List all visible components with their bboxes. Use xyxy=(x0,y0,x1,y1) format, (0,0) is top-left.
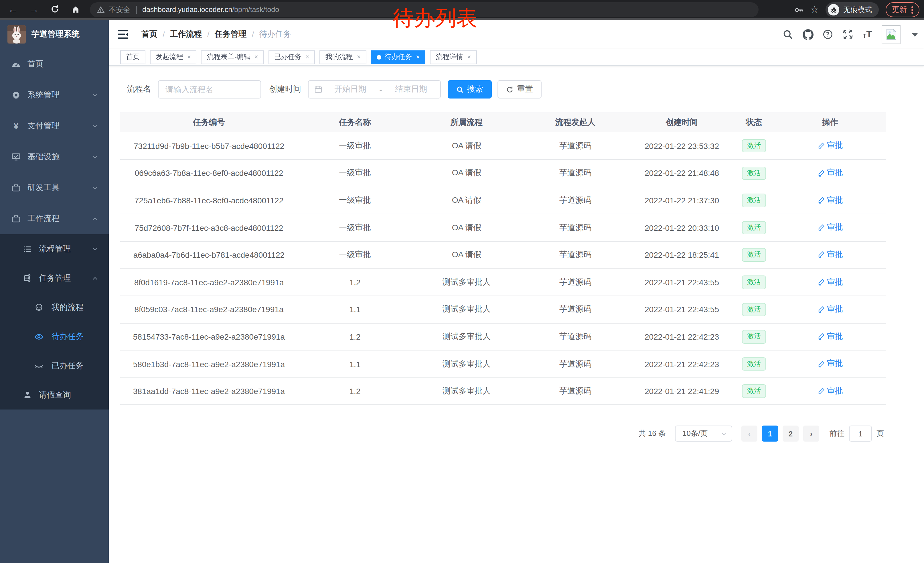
browser-back-icon[interactable]: ← xyxy=(8,4,18,14)
approve-button[interactable]: 审批 xyxy=(817,222,843,233)
sidebar-item-workflow[interactable]: 工作流程 xyxy=(0,203,109,234)
breadcrumb-workflow[interactable]: 工作流程 xyxy=(170,29,202,39)
sidebar-item-devtools[interactable]: 研发工具 xyxy=(0,173,109,203)
tab-start-process[interactable]: 发起流程× xyxy=(150,50,196,64)
briefcase-icon xyxy=(12,214,21,224)
edit-pencil-icon xyxy=(817,142,825,150)
approve-button[interactable]: 审批 xyxy=(817,386,843,396)
status-badge: 激活 xyxy=(742,221,766,234)
approve-button[interactable]: 审批 xyxy=(817,141,843,151)
url-divider xyxy=(136,6,136,14)
sidebar-item-done-task[interactable]: 已办任务 xyxy=(0,351,109,380)
tab-form-edit[interactable]: 流程表单-编辑× xyxy=(201,50,264,64)
browser-update-button[interactable]: 更新 xyxy=(886,2,920,17)
edit-pencil-icon xyxy=(817,278,825,286)
font-size-icon[interactable]: TT xyxy=(863,30,872,39)
goto-page-input[interactable] xyxy=(849,426,872,441)
cell-process: OA 请假 xyxy=(412,159,521,187)
sidebar-item-task-mgmt[interactable]: 任务管理 xyxy=(0,263,109,293)
cell-task-name: 一级审批 xyxy=(298,159,412,187)
sidebar-item-todo-task[interactable]: 待办任务 xyxy=(0,322,109,351)
next-page-button[interactable]: › xyxy=(803,426,819,441)
close-icon[interactable]: × xyxy=(357,54,361,60)
approve-button[interactable]: 审批 xyxy=(817,304,843,314)
chevron-down-icon xyxy=(92,245,99,252)
close-icon[interactable]: × xyxy=(416,54,420,60)
avatar-caret-icon[interactable] xyxy=(911,32,918,36)
page-button-1[interactable]: 1 xyxy=(762,426,778,441)
approve-button[interactable]: 审批 xyxy=(817,168,843,178)
browser-menu-icon[interactable] xyxy=(911,6,913,14)
app-logo-row[interactable]: 芋道管理系统 xyxy=(0,20,109,49)
date-range-picker[interactable]: 开始日期 - 结束日期 xyxy=(308,80,441,99)
avatar[interactable] xyxy=(882,25,900,44)
breadcrumb-current: 待办任务 xyxy=(259,29,291,39)
fullscreen-icon[interactable] xyxy=(843,29,853,39)
cell-status: 激活 xyxy=(734,296,774,323)
sidebar-item-leave-query[interactable]: 请假查询 xyxy=(0,380,109,410)
browser-forward-icon[interactable]: → xyxy=(29,4,39,14)
breadcrumb-home[interactable]: 首页 xyxy=(141,29,158,39)
goto-label: 前往 xyxy=(830,428,844,439)
tab-my-process[interactable]: 我的流程× xyxy=(320,50,366,64)
table-row: 8f0d1619-7ac8-11ec-a9e2-a2380e71991a 1.2… xyxy=(120,269,886,296)
sidebar-item-payment[interactable]: ¥ 支付管理 xyxy=(0,111,109,141)
prev-page-button[interactable]: ‹ xyxy=(741,426,758,441)
sidebar-fold-icon[interactable] xyxy=(117,29,129,39)
app-logo-rabbit-image xyxy=(8,25,26,44)
tab-todo-task[interactable]: 待办任务× xyxy=(371,50,426,64)
close-icon[interactable]: × xyxy=(255,54,258,60)
eye-closed-icon xyxy=(34,361,44,370)
sidebar-item-system[interactable]: 系统管理 xyxy=(0,80,109,111)
sidebar-item-infra[interactable]: 基础设施 xyxy=(0,141,109,173)
password-key-icon[interactable] xyxy=(794,5,804,15)
table-row: 069c6a63-7b8a-11ec-8ef0-acde48001122 一级审… xyxy=(120,159,886,187)
reset-button[interactable]: 重置 xyxy=(498,80,542,99)
cell-starter: 芋道源码 xyxy=(521,187,630,214)
tab-process-detail[interactable]: 流程详情× xyxy=(430,50,477,64)
sidebar-item-process-mgmt[interactable]: 流程管理 xyxy=(0,234,109,263)
sidebar-item-label: 任务管理 xyxy=(39,273,71,283)
process-name-input[interactable] xyxy=(158,80,261,99)
cell-status: 激活 xyxy=(734,323,774,350)
cell-starter: 芋道源码 xyxy=(521,323,630,350)
approve-button[interactable]: 审批 xyxy=(817,359,843,369)
search-button[interactable]: 搜索 xyxy=(448,80,492,99)
cell-process: OA 请假 xyxy=(412,242,521,269)
cell-create-time: 2022-01-22 23:53:32 xyxy=(630,132,734,159)
edit-pencil-icon xyxy=(817,169,825,177)
breadcrumb-task-mgmt[interactable]: 任务管理 xyxy=(214,29,247,39)
cell-task-id: 725a1eb6-7b88-11ec-8ef0-acde48001122 xyxy=(120,187,298,214)
close-icon[interactable]: × xyxy=(306,54,309,60)
col-starter: 流程发起人 xyxy=(521,112,630,132)
cell-status: 激活 xyxy=(734,132,774,159)
tab-done-task[interactable]: 已办任务× xyxy=(268,50,315,64)
tab-home[interactable]: 首页 xyxy=(120,50,146,64)
edit-pencil-icon xyxy=(817,387,825,395)
cell-process: 测试多审批人 xyxy=(412,269,521,296)
search-icon[interactable] xyxy=(783,29,793,39)
sidebar-item-home[interactable]: 首页 xyxy=(0,49,109,80)
gear-icon xyxy=(12,90,21,100)
cell-task-name: 1.2 xyxy=(298,269,412,296)
bookmark-star-icon[interactable]: ☆ xyxy=(810,5,819,14)
page-button-2[interactable]: 2 xyxy=(783,426,799,441)
browser-reload-icon[interactable] xyxy=(50,5,60,14)
approve-button[interactable]: 审批 xyxy=(817,277,843,287)
approve-button[interactable]: 审批 xyxy=(817,195,843,205)
cell-starter: 芋道源码 xyxy=(521,159,630,187)
cell-task-id: a6aba0a4-7b6d-11ec-b781-acde48001122 xyxy=(120,242,298,269)
approve-button[interactable]: 审批 xyxy=(817,331,843,342)
close-icon[interactable]: × xyxy=(467,54,471,60)
github-icon[interactable] xyxy=(802,29,813,39)
sidebar-item-my-process[interactable]: 我的流程 xyxy=(0,293,109,322)
help-icon[interactable] xyxy=(823,29,833,39)
browser-home-icon[interactable] xyxy=(71,5,80,14)
url-host: dashboard.yudao.iocoder.cn xyxy=(142,6,232,14)
close-icon[interactable]: × xyxy=(187,54,191,60)
approve-button[interactable]: 审批 xyxy=(817,250,843,260)
page-size-select[interactable]: 10条/页 xyxy=(675,426,732,441)
cell-create-time: 2022-01-22 20:33:10 xyxy=(630,214,734,242)
edit-pencil-icon xyxy=(817,333,825,340)
person-icon xyxy=(23,390,32,399)
